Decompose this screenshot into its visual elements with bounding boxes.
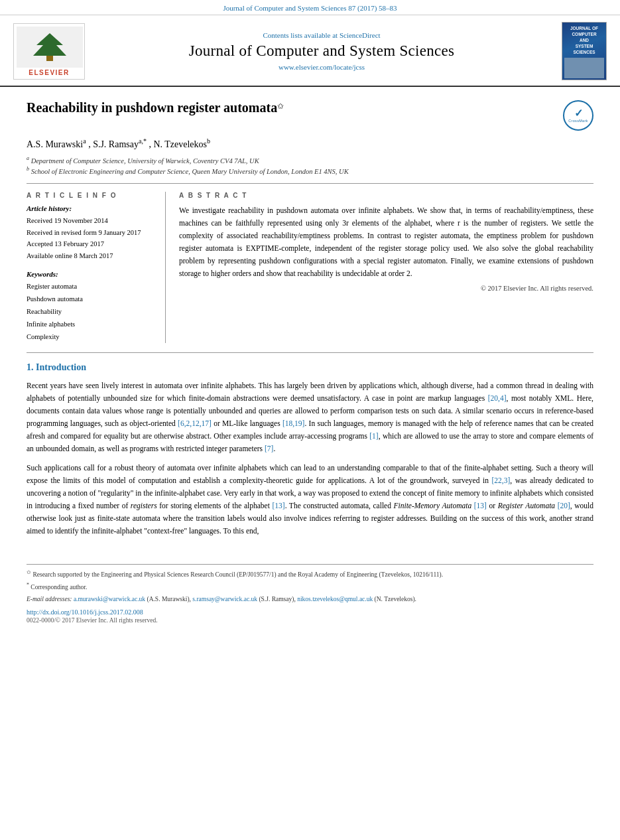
accepted-date: Accepted 13 February 2017 — [27, 238, 155, 250]
crossmark-symbol: ✓ — [574, 108, 583, 119]
intro-heading: 1. Introduction — [27, 362, 593, 373]
two-column-layout: A R T I C L E I N F O Article history: R… — [27, 192, 593, 344]
title-star: ✩ — [277, 102, 284, 111]
issn-line: 0022-0000/© 2017 Elsevier Inc. All right… — [27, 617, 593, 624]
revised-date: Received in revised form 9 January 2017 — [27, 227, 155, 239]
footnote-divider — [27, 564, 593, 565]
journal-cover-image: JOURNAL OFCOMPUTERANDSYSTEMSCIENCES — [554, 22, 607, 80]
contents-available-line: Contents lists available at ScienceDirec… — [90, 31, 554, 39]
footnote-star: ✩ Research supported by the Engineering … — [27, 569, 593, 580]
email-label: E-mail addresses: — [27, 596, 72, 602]
footnote-emails: E-mail addresses: a.murawski@warwick.ac.… — [27, 595, 593, 604]
cite-22-3[interactable]: [22,3] — [491, 476, 510, 484]
email-tzevelekos[interactable]: nikos.tzevelekos@qmul.ac.uk — [297, 596, 373, 602]
keyword-1: Register automata — [27, 281, 155, 293]
received-date: Received 19 November 2014 — [27, 215, 155, 227]
doi-line[interactable]: http://dx.doi.org/10.1016/j.jcss.2017.02… — [27, 608, 593, 616]
abstract-text: We investigate reachability in pushdown … — [179, 204, 593, 280]
article-info-column: A R T I C L E I N F O Article history: R… — [27, 192, 166, 344]
email-ramsay[interactable]: s.ramsay@warwick.ac.uk — [192, 596, 257, 602]
keyword-4: Infinite alphabets — [27, 318, 155, 331]
journal-url[interactable]: www.elsevier.com/locate/jcss — [90, 63, 554, 71]
cover-journal-title: JOURNAL OFCOMPUTERANDSYSTEMSCIENCES — [570, 25, 598, 55]
article-info-label: A R T I C L E I N F O — [27, 192, 155, 199]
available-date: Available online 8 March 2017 — [27, 250, 155, 262]
header-divider — [27, 183, 593, 184]
keyword-5: Complexity — [27, 331, 155, 344]
svg-marker-1 — [33, 33, 66, 56]
journal-ref-bar: Journal of Computer and System Sciences … — [0, 0, 620, 15]
intro-paragraph-1: Recent years have seen lively interest i… — [27, 380, 593, 455]
affiliation-a: a Department of Computer Science, Univer… — [27, 155, 593, 165]
header-center: Contents lists available at ScienceDirec… — [90, 31, 554, 71]
article-title-row: Reachability in pushdown register automa… — [27, 100, 593, 131]
svg-rect-0 — [46, 56, 53, 61]
affiliation-b: b School of Electronic Engineering and C… — [27, 166, 593, 175]
keyword-3: Reachability — [27, 306, 155, 318]
intro-paragraph-2: Such applications call for a robust theo… — [27, 462, 593, 537]
cite-7[interactable]: [7] — [265, 445, 273, 453]
article-title: Reachability in pushdown register automa… — [27, 100, 277, 115]
abstract-label: A B S T R A C T — [179, 192, 593, 199]
copyright-line: © 2017 Elsevier Inc. All rights reserved… — [179, 285, 593, 292]
crossmark-badge[interactable]: ✓ CrossMark — [563, 100, 593, 131]
cite-20-4[interactable]: [20,4] — [488, 394, 507, 402]
abstract-column: A B S T R A C T We investigate reachabil… — [179, 192, 593, 344]
article-body: Reachability in pushdown register automa… — [0, 87, 620, 557]
footnotes-area: ✩ Research supported by the Engineering … — [0, 564, 620, 637]
authors-line: A.S. Murawskia , S.J. Ramsaya,* , N. Tze… — [27, 137, 593, 150]
cite-20b[interactable]: [20] — [558, 502, 570, 510]
footnote-corresponding: * Corresponding author. — [27, 581, 593, 593]
science-direct-link[interactable]: ScienceDirect — [340, 31, 381, 39]
cite-13b[interactable]: [13] — [474, 502, 487, 510]
cite-6-2-12-17[interactable]: [6,2,12,17] — [178, 419, 212, 427]
elsevier-tree-icon — [27, 32, 73, 62]
email-murawski[interactable]: a.murawski@warwick.ac.uk — [74, 596, 145, 602]
section-divider — [27, 352, 593, 353]
cite-1[interactable]: [1] — [369, 432, 378, 440]
keywords-label: Keywords: — [27, 270, 155, 278]
journal-title: Journal of Computer and System Sciences — [90, 42, 554, 60]
journal-header: ELSEVIER Contents lists available at Sci… — [0, 15, 620, 87]
crossmark-label: CrossMark — [568, 119, 588, 123]
cite-18-19[interactable]: [18,19] — [282, 419, 305, 427]
elsevier-wordmark: ELSEVIER — [17, 69, 82, 76]
keyword-2: Pushdown automata — [27, 293, 155, 306]
article-history-label: Article history: — [27, 204, 155, 212]
elsevier-logo-area: ELSEVIER — [13, 23, 90, 80]
cite-13[interactable]: [13] — [272, 502, 284, 510]
intro-section: 1. Introduction Recent years have seen l… — [27, 362, 593, 537]
